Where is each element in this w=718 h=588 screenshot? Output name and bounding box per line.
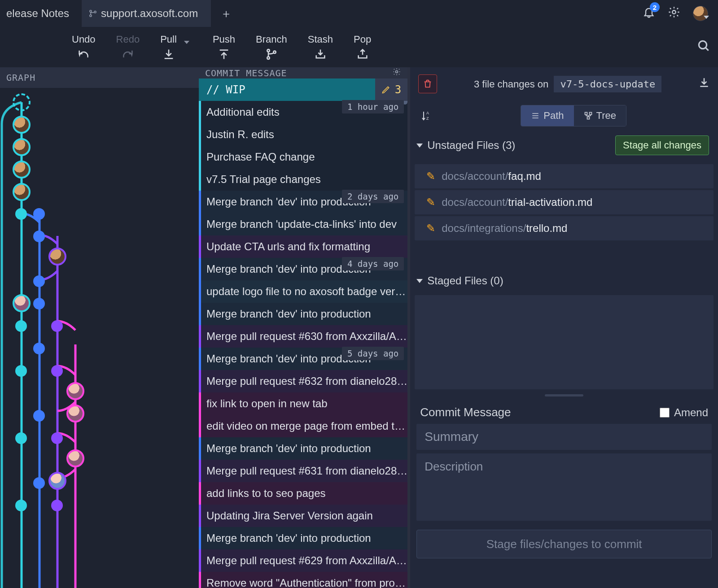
gear-icon <box>668 6 680 18</box>
tab-label: support.axosoft.com <box>101 7 198 20</box>
svg-point-4 <box>267 49 269 52</box>
modified-icon: ✎ <box>426 196 435 209</box>
redo-button[interactable]: Redo <box>116 34 140 61</box>
commit-row[interactable]: Update CTA urls and fix formatting <box>199 235 407 258</box>
changes-header: 3 file changes on v7-5-docs-update <box>410 67 718 100</box>
view-mode-tree[interactable]: Tree <box>574 105 626 126</box>
settings-button[interactable] <box>668 6 680 21</box>
download-icon <box>162 48 175 61</box>
amend-toggle[interactable]: Amend <box>660 406 708 419</box>
gear-icon <box>392 67 401 76</box>
commit-row[interactable]: update logo file to no axosoft badge ver… <box>199 280 407 303</box>
commit-message-header: COMMIT MESSAGE <box>199 67 407 78</box>
changes-summary: 3 file changes on v7-5-docs-update <box>445 76 690 92</box>
download-icon <box>698 77 710 88</box>
commit-button[interactable]: Stage files/changes to commit <box>416 530 712 558</box>
svg-point-6 <box>273 51 276 53</box>
time-pill: 4 days ago <box>342 257 404 270</box>
amend-checkbox[interactable] <box>660 408 670 418</box>
wip-edit-badge: 3 <box>375 78 407 101</box>
push-button[interactable]: Push <box>213 34 235 61</box>
commit-row[interactable]: v7.5 Trial page changes <box>199 168 407 191</box>
commit-row[interactable]: Merge pull request #632 from dianelo28… <box>199 370 407 392</box>
commit-message-header: Commit Message Amend <box>410 401 718 424</box>
svg-text:A: A <box>426 111 429 115</box>
new-tab-button[interactable]: ＋ <box>215 3 237 24</box>
commit-graph[interactable] <box>0 88 199 588</box>
sort-button[interactable]: A Z <box>421 110 432 122</box>
resize-handle[interactable] <box>410 389 718 401</box>
commit-row[interactable]: add links to to seo pages <box>199 482 407 505</box>
file-row[interactable]: ✎ docs/integrations/trello.md <box>415 216 714 240</box>
upload-icon <box>218 48 230 61</box>
pull-button[interactable]: Pull <box>160 34 177 61</box>
commit-row[interactable]: Merge branch 'dev' into production <box>199 527 407 549</box>
branch-icon <box>88 9 97 18</box>
unstaged-header[interactable]: Unstaged Files (3) Stage all changes <box>410 131 718 160</box>
branch-icon <box>265 48 278 61</box>
commit-summary-input[interactable]: Summary <box>416 424 712 450</box>
column-settings-button[interactable] <box>392 67 401 78</box>
tree-icon <box>584 111 593 120</box>
commit-row[interactable]: fix link to open in new tab <box>199 392 407 415</box>
commit-row[interactable]: Updating Jira Server Version again <box>199 505 407 527</box>
notification-count: 2 <box>650 2 660 12</box>
stash-button[interactable]: Stash <box>308 34 333 61</box>
svg-point-7 <box>699 41 706 48</box>
svg-point-1 <box>90 15 92 17</box>
pop-icon <box>356 48 369 61</box>
svg-point-8 <box>396 71 398 73</box>
branch-button[interactable]: Branch <box>256 34 287 61</box>
time-pill: 5 days ago <box>342 347 404 360</box>
file-row[interactable]: ✎ docs/account/faq.md <box>415 164 714 188</box>
tab-label: elease Notes <box>6 7 69 20</box>
list-icon <box>531 111 540 120</box>
modified-icon: ✎ <box>426 222 435 235</box>
notifications-button[interactable]: 2 <box>643 6 655 21</box>
commit-row[interactable]: Remove word "Authentication" from pro… <box>199 572 407 588</box>
commit-row[interactable]: Merge branch 'dev' into production <box>199 303 407 325</box>
svg-point-5 <box>267 57 269 59</box>
time-pill: 2 days ago <box>342 190 404 203</box>
svg-rect-11 <box>585 113 587 115</box>
pencil-icon <box>381 85 390 94</box>
pop-button[interactable]: Pop <box>354 34 371 61</box>
search-icon <box>696 39 711 53</box>
staged-file-list <box>415 295 714 389</box>
main-toolbar: Undo Redo Pull Push Branch Stash Pop <box>0 27 718 67</box>
trash-icon <box>423 79 433 89</box>
undo-button[interactable]: Undo <box>72 34 96 61</box>
stage-all-button[interactable]: Stage all changes <box>615 135 709 155</box>
time-pill: 1 hour ago <box>342 100 404 113</box>
wip-row[interactable]: // WIP 3 <box>199 78 407 101</box>
tab-bar: elease Notes support.axosoft.com ＋ 2 <box>0 0 718 27</box>
tab-support-axosoft[interactable]: support.axosoft.com <box>82 0 211 27</box>
chevron-down-icon <box>416 279 423 283</box>
search-button[interactable] <box>696 39 711 56</box>
staged-header[interactable]: Staged Files (0) <box>410 270 718 292</box>
sort-az-icon: A Z <box>421 110 432 122</box>
commit-list[interactable]: // WIP 3 1 hour ago Additional edits Jus… <box>199 78 407 588</box>
commit-row[interactable]: Merge pull request #630 from Axxzilla/A… <box>199 325 407 348</box>
svg-rect-13 <box>587 117 589 119</box>
commit-row[interactable]: Merge pull request #629 from Axxzilla/A… <box>199 549 407 572</box>
commit-row[interactable]: edit video on merge page from embed t… <box>199 415 407 437</box>
branch-badge[interactable]: v7-5-docs-update <box>554 76 661 92</box>
commit-row[interactable]: Purchase FAQ change <box>199 146 407 168</box>
undo-icon <box>77 48 90 61</box>
graph-lines <box>0 88 199 588</box>
profile-menu[interactable] <box>693 6 709 21</box>
svg-text:Z: Z <box>426 116 429 121</box>
tab-release-notes[interactable]: elease Notes <box>0 0 82 27</box>
view-mode-path[interactable]: Path <box>521 105 574 126</box>
commit-row[interactable]: Merge branch 'dev' into production <box>199 437 407 460</box>
discard-all-button[interactable] <box>418 74 437 93</box>
file-row[interactable]: ✎ docs/account/trial-activation.md <box>415 190 714 214</box>
redo-icon <box>122 48 134 61</box>
commit-row[interactable]: Merge pull request #631 from dianelo28… <box>199 460 407 482</box>
download-patch-button[interactable] <box>698 77 710 91</box>
commit-row[interactable]: Merge branch 'update-cta-links' into dev <box>199 213 407 235</box>
avatar <box>693 6 708 21</box>
commit-description-input[interactable]: Description <box>416 453 712 521</box>
commit-row[interactable]: Justin R. edits <box>199 123 407 146</box>
